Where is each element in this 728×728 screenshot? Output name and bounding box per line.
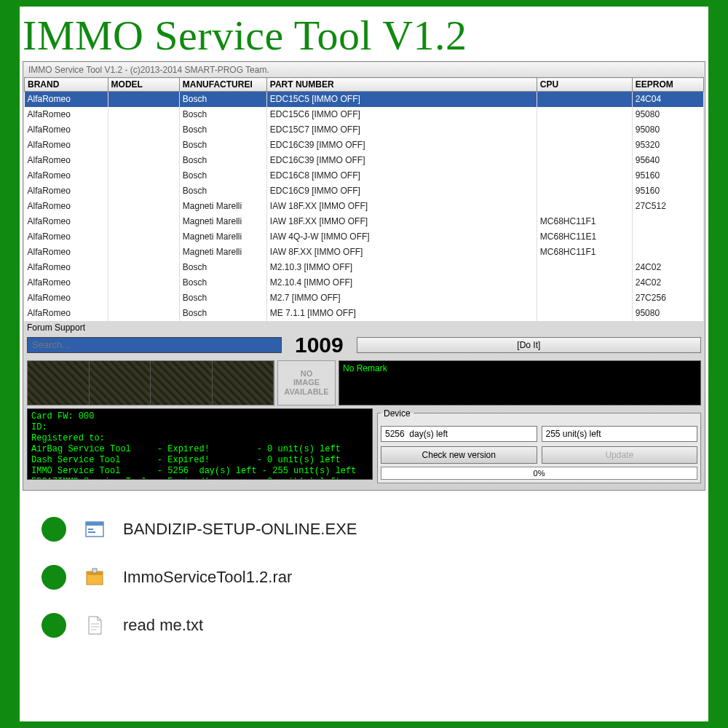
col-cpu[interactable]: CPU: [537, 78, 632, 92]
app-window: IMMO Service Tool V1.2 - (c)2013-2014 SM…: [23, 61, 705, 491]
table-row[interactable]: AlfaRomeoBoschM2.10.3 [IMMO OFF]24C02: [25, 260, 704, 275]
table-row[interactable]: AlfaRomeoMagneti MarelliIAW 4Q-J-W [IMMO…: [25, 229, 704, 245]
data-grid[interactable]: BRAND MODEL MANUFACTUREI PART NUMBER CPU…: [24, 77, 704, 321]
col-brand[interactable]: BRAND: [25, 78, 108, 92]
page-title: IMMO Service Tool V1.2: [20, 7, 708, 61]
progress-bar: 0%: [381, 467, 697, 480]
list-item[interactable]: BANDIZIP-SETUP-ONLINE.EXE: [41, 505, 687, 553]
table-row[interactable]: AlfaRomeoBoschEDC16C9 [IMMO OFF]95160: [25, 183, 704, 199]
units-left-field[interactable]: [542, 426, 698, 442]
col-part-number[interactable]: PART NUMBER: [266, 78, 537, 92]
col-model[interactable]: MODEL: [108, 78, 179, 92]
list-item[interactable]: read me.txt: [41, 601, 687, 649]
bullet-icon: [41, 565, 66, 590]
window-titlebar: IMMO Service Tool V1.2 - (c)2013-2014 SM…: [24, 63, 704, 77]
file-name: ImmoServiceTool1.2.rar: [123, 568, 292, 587]
update-button[interactable]: Update: [542, 446, 698, 464]
table-row[interactable]: AlfaRomeoBoschM2.10.4 [IMMO OFF]24C02: [25, 275, 704, 290]
remark-box: No Remark: [339, 360, 701, 405]
table-row[interactable]: AlfaRomeoMagneti MarelliIAW 18F.XX [IMMO…: [25, 214, 704, 229]
status-console: Card FW: 000 ID: Registered to: AirBag S…: [27, 408, 373, 480]
rar-file-icon: [84, 566, 106, 588]
days-left-field[interactable]: [381, 426, 537, 442]
table-row[interactable]: AlfaRomeoBoschEDC15C6 [IMMO OFF]95080: [25, 107, 704, 122]
table-row[interactable]: AlfaRomeoMagneti MarelliIAW 18F.XX [IMMO…: [25, 199, 704, 214]
check-version-button[interactable]: Check new version: [381, 446, 537, 464]
pcb-thumbnails[interactable]: [27, 360, 274, 405]
bullet-icon: [41, 613, 66, 638]
col-eeprom[interactable]: EEPROM: [632, 78, 703, 92]
txt-file-icon: [84, 614, 106, 636]
table-row[interactable]: AlfaRomeoBoschEDC16C39 [IMMO OFF]95320: [25, 138, 704, 153]
device-legend: Device: [381, 408, 414, 419]
table-row[interactable]: AlfaRomeoBoschME 7.1.1 [IMMO OFF]95080: [25, 306, 704, 321]
search-input[interactable]: [27, 337, 282, 353]
forum-support-label: Forum Support: [24, 321, 704, 333]
col-manufacturer[interactable]: MANUFACTUREI: [179, 78, 266, 92]
exe-file-icon: [84, 518, 106, 540]
file-name: read me.txt: [123, 616, 203, 635]
table-row[interactable]: AlfaRomeoBoschEDC16C8 [IMMO OFF]95160: [25, 168, 704, 183]
svg-rect-6: [92, 569, 97, 573]
table-row[interactable]: AlfaRomeoBoschEDC16C39 [IMMO OFF]95640: [25, 153, 704, 168]
svg-rect-2: [88, 529, 93, 530]
svg-rect-3: [88, 531, 95, 533]
table-row[interactable]: AlfaRomeoBoschM2.7 [IMMO OFF]27C256: [25, 290, 704, 306]
no-image-placeholder: NOIMAGEAVAILABLE: [277, 360, 336, 405]
record-counter: 1009: [286, 333, 352, 357]
table-row[interactable]: AlfaRomeoBoschEDC15C5 [IMMO OFF]24C04: [25, 92, 704, 107]
list-item[interactable]: ImmoServiceTool1.2.rar: [41, 553, 687, 601]
file-list: BANDIZIP-SETUP-ONLINE.EXEImmoServiceTool…: [20, 496, 708, 658]
table-row[interactable]: AlfaRomeoMagneti MarelliIAW 8F.XX [IMMO …: [25, 245, 704, 260]
table-row[interactable]: AlfaRomeoBoschEDC15C7 [IMMO OFF]95080: [25, 122, 704, 138]
device-panel: Device Check new version Update 0%: [377, 408, 701, 483]
svg-rect-1: [86, 522, 103, 526]
bullet-icon: [41, 517, 66, 542]
do-it-button[interactable]: [Do It]: [357, 337, 701, 353]
file-name: BANDIZIP-SETUP-ONLINE.EXE: [123, 520, 357, 539]
